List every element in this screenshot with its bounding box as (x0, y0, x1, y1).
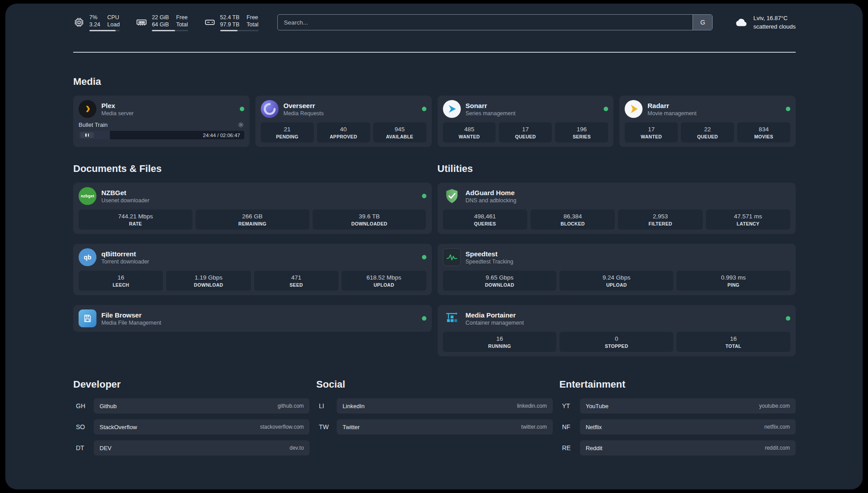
service-name: Plex (101, 102, 134, 109)
bookmarks-developer: Developer GH Github github.com SO StackO… (73, 378, 309, 461)
plex-icon (79, 100, 96, 118)
overseerr-icon (261, 100, 279, 118)
radarr-icon (625, 100, 643, 118)
portainer-crane-icon (443, 309, 461, 327)
service-card-adguard[interactable]: AdGuard Home DNS and adblocking 498,461 … (438, 183, 796, 234)
section-title-social: Social (316, 378, 552, 391)
seek-bar[interactable]: 24:44 / 02:06:47 (79, 131, 244, 139)
service-meta: Speedtest Speedtest Tracking (466, 250, 513, 265)
stat-tile: 618.52 Mbps UPLOAD (342, 271, 426, 291)
cpu-usage-bar (89, 30, 120, 31)
stat-tile: 86,384 BLOCKED (530, 209, 615, 230)
bookmark-link-twitter[interactable]: Twitter twitter.com (337, 419, 552, 435)
service-card-radarr[interactable]: Radarr Movie management 17 WANTED 22 QUE… (619, 96, 796, 147)
service-card-overseerr[interactable]: Overseerr Media Requests 21 PENDING 40 A… (255, 96, 432, 147)
stat-tile: 17 WANTED (625, 122, 678, 142)
service-name: Speedtest (466, 250, 513, 258)
disk-widget: 52.4 TB97.9 TB FreeTotal (204, 14, 259, 31)
playback-time: 24:44 / 02:06:47 (203, 133, 244, 138)
bookmark-link-github[interactable]: Github github.com (94, 398, 309, 414)
service-card-qbittorrent[interactable]: qb qBittorrent Torrent downloader 16 LEE… (73, 244, 432, 295)
service-name: Overseerr (284, 102, 324, 109)
stat-tile: 498,461 QUERIES (443, 209, 527, 230)
bookmark-link-dev[interactable]: DEV dev.to (94, 440, 309, 455)
section-utilities: Utilities AdGuard Home (438, 162, 796, 356)
bookmark-row: YT YouTube youtube.com (559, 398, 796, 414)
bookmark-link-youtube[interactable]: YouTube youtube.com (580, 398, 796, 414)
service-card-portainer[interactable]: Media Portainer Container management 16 … (438, 305, 796, 356)
ram-icon (136, 17, 147, 28)
topbar-divider (73, 52, 796, 53)
disk-usage-bar (220, 30, 259, 31)
bookmark-link-reddit[interactable]: Reddit reddit.com (580, 440, 796, 455)
section-title-developer: Developer (73, 378, 309, 391)
service-description: Media File Management (101, 320, 161, 326)
stat-tile: 0.993 ms PING (676, 271, 790, 291)
bookmark-abbr: YT (559, 402, 580, 409)
stat-tile: 21 PENDING (261, 122, 314, 142)
service-description: Series management (466, 110, 516, 117)
service-description: Movie management (647, 110, 697, 117)
weather-widget: Lviv, 16.87°C scattered clouds (732, 14, 796, 31)
status-dot (604, 107, 608, 111)
service-meta: Media Portainer Container management (466, 311, 524, 326)
bookmark-row: RE Reddit reddit.com (559, 440, 796, 455)
memory-labels: FreeTotal (176, 14, 188, 29)
service-name: Media Portainer (466, 311, 524, 319)
bookmark-row: TW Twitter twitter.com (316, 419, 552, 435)
service-meta: Sonarr Series management (466, 102, 516, 117)
service-description: Container management (466, 320, 524, 326)
bookmark-link-netflix[interactable]: Netflix netflix.com (580, 419, 796, 435)
service-description: Usenet downloader (101, 197, 150, 204)
service-card-plex[interactable]: Plex Media server Bullet Train (73, 96, 250, 147)
bookmark-row: LI LinkedIn linkedin.com (316, 398, 552, 414)
service-card-nzbget[interactable]: nzbget NZBGet Usenet downloader 744.21 M… (73, 183, 432, 234)
bookmark-abbr: TW (316, 423, 337, 430)
service-name: qBittorrent (101, 250, 149, 258)
memory-values: 22 GiB64 GiB (152, 14, 169, 29)
service-description: Torrent downloader (101, 259, 149, 265)
stat-tile: 40 APPROVED (317, 122, 370, 142)
service-meta: NZBGet Usenet downloader (101, 189, 150, 204)
bookmark-abbr: GH (73, 402, 94, 409)
section-title-entertainment: Entertainment (559, 378, 796, 391)
stat-tile: 22 QUEUED (681, 122, 734, 142)
bookmark-row: DT DEV dev.to (73, 440, 309, 455)
search-input[interactable] (278, 15, 693, 30)
stat-tile: 834 MOVIES (737, 122, 790, 142)
section-title-utilities: Utilities (438, 162, 796, 175)
service-description: Media server (101, 110, 134, 117)
stat-tile: 2,953 FILTERED (618, 209, 702, 230)
search-provider-button[interactable]: G (693, 15, 712, 30)
section-title-documents: Documents & Files (73, 162, 432, 175)
service-card-sonarr[interactable]: Sonarr Series management 485 WANTED 17 Q… (438, 96, 614, 147)
service-meta: Plex Media server (101, 102, 134, 117)
service-description: Speedtest Tracking (466, 259, 513, 265)
disk-labels: FreeTotal (246, 14, 258, 29)
pause-button[interactable] (80, 132, 94, 138)
bookmark-link-stackoverflow[interactable]: StackOverflow stackoverflow.com (94, 419, 309, 435)
bookmark-abbr: SO (73, 423, 94, 430)
cpu-chip-icon (73, 17, 85, 28)
stat-tile: 16 RUNNING (443, 332, 557, 352)
service-meta: Radarr Movie management (647, 102, 697, 117)
stat-tile: 9.24 Gbps UPLOAD (559, 271, 673, 291)
service-meta: Overseerr Media Requests (284, 102, 324, 117)
service-card-filebrowser[interactable]: File Browser Media File Management (73, 305, 432, 332)
filebrowser-icon (79, 309, 96, 327)
status-dot (422, 316, 426, 321)
service-meta: File Browser Media File Management (101, 311, 161, 326)
status-dot (422, 194, 426, 198)
top-bar: 7%3.24 CPULoad 22 G (73, 11, 796, 34)
gear-icon[interactable] (238, 121, 244, 128)
bookmarks-entertainment: Entertainment YT YouTube youtube.com NF … (559, 378, 796, 461)
bookmark-abbr: LI (316, 402, 337, 409)
service-meta: AdGuard Home DNS and adblocking (466, 189, 517, 204)
stat-tile: 17 QUEUED (499, 122, 552, 142)
dashboard-page: 7%3.24 CPULoad 22 G (5, 4, 863, 489)
service-name: Radarr (647, 102, 697, 109)
stat-tile: 16 LEECH (79, 271, 163, 291)
service-card-speedtest[interactable]: Speedtest Speedtest Tracking 9.65 Gbps D… (438, 244, 796, 295)
section-documents: Documents & Files nzbget NZBGet Usenet d… (73, 162, 432, 332)
bookmark-link-linkedin[interactable]: LinkedIn linkedin.com (337, 398, 552, 414)
